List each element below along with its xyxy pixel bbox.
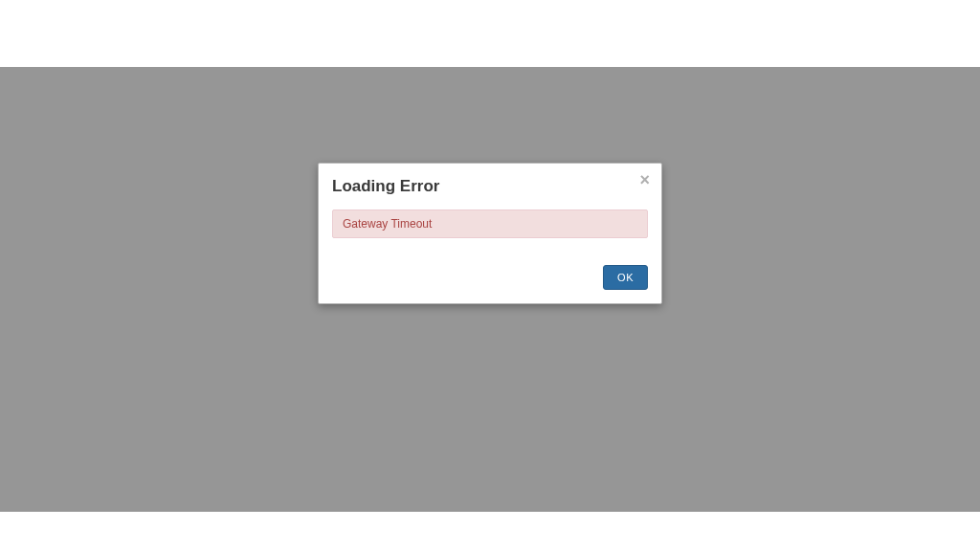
modal-footer: OK [332,265,648,290]
modal-title: Loading Error [332,177,648,196]
ok-button[interactable]: OK [603,265,648,290]
modal-overlay: × Loading Error Gateway Timeout OK [0,67,980,512]
close-button[interactable]: × [639,171,650,188]
close-icon: × [639,170,650,189]
error-message: Gateway Timeout [332,209,648,238]
page-wrapper: × Loading Error Gateway Timeout OK [0,0,980,551]
error-modal: × Loading Error Gateway Timeout OK [318,163,662,304]
